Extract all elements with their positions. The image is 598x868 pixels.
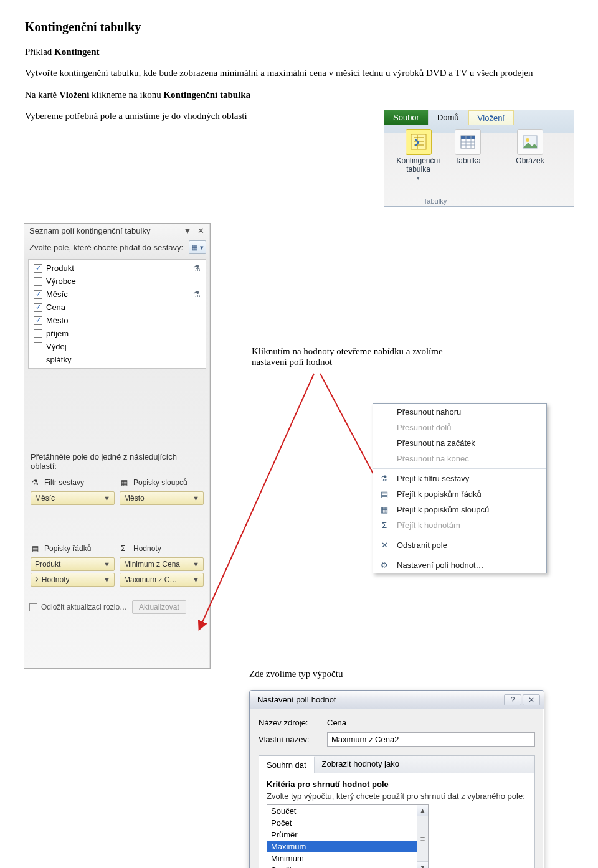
ribbon: Soubor Domů Vložení Kontingenční tabulka…: [384, 110, 574, 151]
p2b: Vložení: [59, 90, 92, 100]
btn-picture[interactable]: Obrázek: [490, 128, 570, 151]
svg-rect-2: [461, 136, 475, 139]
step-insert-line: Na kartě Vložení klikneme na ikonu Konti…: [25, 88, 573, 101]
p2d: Kontingenční tabulka: [163, 90, 250, 100]
svg-point-4: [526, 138, 529, 142]
p2a: Na kartě: [25, 90, 59, 100]
tab-home[interactable]: Domů: [429, 110, 468, 125]
page-title: Kontingenční tabulky: [25, 20, 573, 34]
pivottable-icon: [406, 129, 432, 151]
btn-pivottable[interactable]: Kontingenční tabulka ▾: [388, 128, 448, 151]
table-icon: [455, 129, 481, 151]
example-prefix: Příklad: [25, 47, 54, 57]
task-paragraph: Vytvořte kontingenční tabulku, kde bude …: [25, 67, 573, 79]
example-line: Příklad Kontingent: [25, 45, 573, 58]
tab-insert[interactable]: Vložení: [468, 110, 514, 125]
p2c: klikneme na ikonu: [92, 90, 163, 100]
ribbon-tabbar: Soubor Domů Vložení: [384, 110, 574, 125]
tab-file[interactable]: Soubor: [384, 110, 429, 125]
example-name: Kontingent: [54, 47, 100, 57]
picture-icon: [517, 129, 543, 151]
btn-table[interactable]: Tabulka: [453, 128, 482, 151]
